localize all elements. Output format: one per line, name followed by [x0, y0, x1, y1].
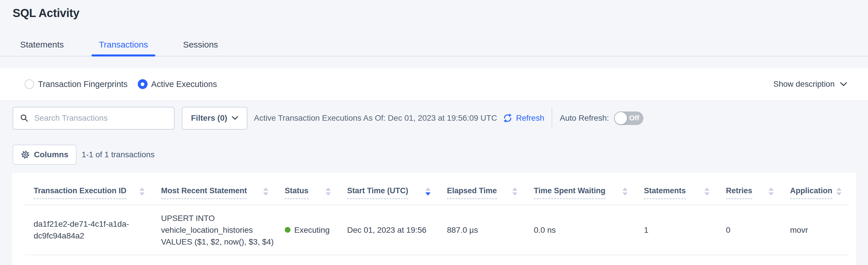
status-executing-dot — [285, 227, 290, 233]
sort-icon[interactable] — [512, 187, 518, 195]
search-icon — [20, 113, 29, 123]
column-header-application: Application — [781, 173, 849, 205]
as-of-timestamp: Active Transaction Executions As Of: Dec… — [254, 113, 497, 123]
radio-label: Active Executions — [151, 80, 217, 89]
tab-transactions[interactable]: Transactions — [91, 40, 156, 56]
cell-transaction-execution-id[interactable]: da1f21e2-de71-4c1f-a1da- dc9fc94a84a2 — [25, 205, 152, 255]
column-header-retries: Retries — [717, 173, 781, 205]
cell-application: movr — [781, 205, 849, 255]
sort-icon[interactable] — [704, 187, 710, 195]
sort-icon-active[interactable] — [425, 187, 431, 195]
column-header-label[interactable]: Time Spent Waiting — [534, 186, 606, 199]
toolbar: Filters (0) Active Transaction Execution… — [0, 107, 868, 130]
sort-icon[interactable] — [326, 187, 331, 195]
sort-icon[interactable] — [836, 187, 841, 195]
auto-refresh-label: Auto Refresh: — [560, 113, 609, 123]
search-input[interactable] — [34, 113, 167, 123]
search-box[interactable] — [13, 107, 175, 130]
cell-statements: 1 — [635, 205, 717, 255]
view-mode-band: Transaction Fingerprints Active Executio… — [0, 68, 868, 100]
cell-retries: 0 — [717, 205, 781, 255]
page-title: SQL Activity — [13, 6, 868, 20]
column-header-time-spent-waiting: Time Spent Waiting — [525, 173, 635, 205]
toggle-state-label: Off — [629, 114, 639, 122]
sort-icon[interactable] — [769, 187, 774, 195]
column-header-label[interactable]: Application — [790, 186, 832, 199]
column-header-status: Status — [276, 173, 338, 205]
column-header-elapsed-time: Elapsed Time — [438, 173, 525, 205]
column-header-most-recent-statement: Most Recent Statement — [152, 173, 276, 205]
column-header-label[interactable]: Transaction Execution ID — [34, 186, 127, 199]
column-header-start-time: Start Time (UTC) — [338, 173, 438, 205]
column-header-transaction-execution-id: Transaction Execution ID — [25, 173, 152, 205]
column-header-label[interactable]: Status — [285, 186, 309, 199]
gear-icon — [21, 150, 30, 159]
transactions-table-panel: Transaction Execution ID Most Recent Sta… — [12, 173, 856, 265]
table-header-row: Transaction Execution ID Most Recent Sta… — [25, 173, 849, 205]
column-header-label[interactable]: Most Recent Statement — [161, 186, 247, 199]
refresh-icon — [503, 113, 513, 123]
cell-elapsed-time: 887.0 µs — [438, 205, 525, 255]
column-header-statements: Statements — [635, 173, 717, 205]
radio-label: Transaction Fingerprints — [38, 80, 128, 89]
cell-time-spent-waiting: 0.0 ns — [525, 205, 635, 255]
auto-refresh-toggle[interactable]: Off — [614, 111, 643, 125]
cell-status: Executing — [276, 205, 338, 255]
column-header-label[interactable]: Start Time (UTC) — [347, 186, 408, 199]
results-bar: Columns 1-1 of 1 transactions — [0, 144, 868, 165]
cell-start-time: Dec 01, 2023 at 19:56 — [338, 205, 438, 255]
column-header-label[interactable]: Elapsed Time — [447, 186, 497, 199]
tab-statements[interactable]: Statements — [13, 40, 71, 56]
sort-icon[interactable] — [622, 187, 627, 195]
cell-most-recent-statement[interactable]: UPSERT INTO vehicle_location_histories V… — [152, 205, 276, 255]
toolbar-divider — [552, 107, 552, 129]
chevron-down-icon — [840, 82, 847, 86]
radio-selected-icon[interactable] — [138, 79, 148, 89]
transactions-table: Transaction Execution ID Most Recent Sta… — [25, 173, 849, 255]
columns-label: Columns — [34, 150, 68, 159]
toggle-knob[interactable] — [615, 112, 627, 125]
sort-icon[interactable] — [140, 187, 145, 195]
status-label: Executing — [294, 224, 330, 236]
chevron-down-icon — [232, 116, 238, 120]
radio-transaction-fingerprints[interactable]: Transaction Fingerprints — [25, 79, 128, 89]
columns-button[interactable]: Columns — [13, 144, 76, 165]
radio-unselected-icon[interactable] — [25, 79, 34, 89]
show-description-label: Show description — [773, 80, 835, 89]
column-header-label[interactable]: Retries — [726, 186, 752, 199]
results-count: 1-1 of 1 transactions — [82, 150, 155, 159]
refresh-label: Refresh — [516, 113, 544, 123]
show-description-button[interactable]: Show description — [773, 80, 847, 89]
refresh-button[interactable]: Refresh — [503, 113, 544, 123]
radio-active-executions[interactable]: Active Executions — [138, 79, 217, 89]
filters-label: Filters (0) — [191, 113, 227, 123]
filters-button[interactable]: Filters (0) — [182, 107, 247, 130]
column-header-label[interactable]: Statements — [644, 186, 686, 199]
sort-icon[interactable] — [263, 187, 268, 195]
tab-sessions[interactable]: Sessions — [176, 40, 225, 56]
table-row: da1f21e2-de71-4c1f-a1da- dc9fc94a84a2 UP… — [25, 205, 849, 255]
tab-bar: Statements Transactions Sessions — [0, 40, 868, 56]
